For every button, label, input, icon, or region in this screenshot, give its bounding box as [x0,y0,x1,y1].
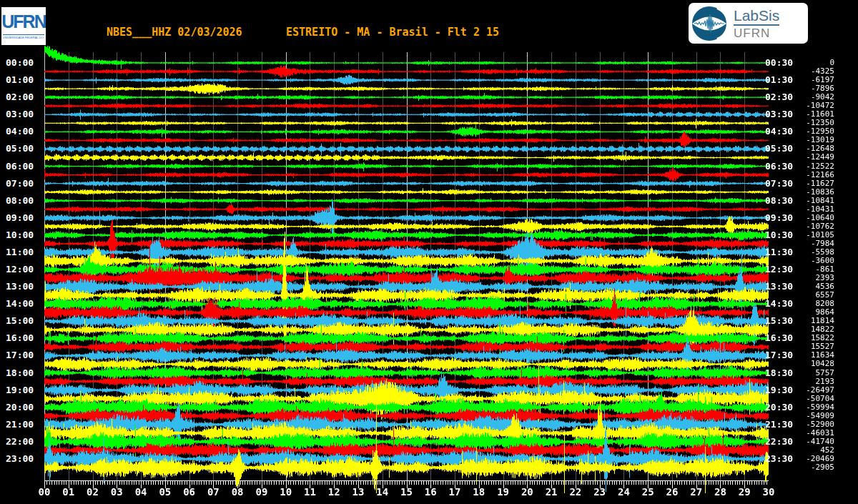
x-axis-label: 21 [541,487,561,498]
left-time-label: 05:00 [6,144,34,154]
left-time-label: 18:00 [6,368,34,378]
x-axis-label: 17 [445,487,465,498]
offset-value: -10841 [784,197,834,205]
offset-value: -12449 [784,153,834,162]
x-axis-label: 12 [324,487,344,498]
x-axis-label: 00 [34,487,54,498]
labsis-logo: LabSis UFRN [689,3,808,44]
x-axis-label: 27 [686,487,706,498]
x-axis-label: 28 [710,487,730,498]
left-time-label: 09:00 [6,213,34,223]
left-time-label: 10:00 [6,230,34,240]
offset-value: -2905 [784,463,834,472]
x-axis-label: 08 [227,487,247,498]
labsis-logo-name: LabSis [734,7,779,26]
left-time-label: 23:00 [6,454,34,464]
left-time-label: 03:00 [6,109,34,119]
offset-value: -11627 [784,179,834,188]
labsis-logo-text: LabSis UFRN [734,7,779,40]
labsis-logo-org: UFRN [734,26,779,40]
offset-value: -10431 [784,205,834,214]
x-axis-label: 22 [566,487,586,498]
offset-value: 10428 [784,360,834,368]
x-axis-label: 07 [203,487,223,498]
offset-value: -26497 [784,386,834,395]
x-axis-label: 09 [252,487,272,498]
left-time-label: 01:00 [6,75,34,85]
ufrn-logo-text: UFRN [1,9,46,34]
ufrn-logo: UFRN UNIVERSIDADE FEDERAL DO RIO GRANDE … [1,7,46,45]
left-time-label: 04:00 [6,127,34,137]
x-axis-label: 18 [469,487,489,498]
x-axis-label: 05 [155,487,175,498]
left-time-label: 08:00 [6,196,34,206]
offset-value: 2193 [784,377,834,386]
x-axis-label: 02 [83,487,103,498]
offset-value: -52900 [784,420,834,429]
left-time-label: 14:00 [6,299,34,309]
x-axis-label: 26 [662,487,682,498]
x-axis-label: 15 [397,487,417,498]
x-axis-label: 16 [420,487,440,498]
left-time-label: 12:00 [6,265,34,275]
x-axis-label: 25 [638,487,658,498]
left-time-label: 13:00 [6,282,34,292]
left-time-label: 00:00 [6,58,34,68]
x-axis-label: 03 [107,487,127,498]
left-time-label: 19:00 [6,385,34,395]
left-time-label: 02:00 [6,92,34,102]
labsis-waveform-icon [691,5,729,42]
station-title: NBES___HHZ 02/03/2026 [107,26,242,39]
x-axis-label: 13 [348,487,368,498]
left-time-label: 21:00 [6,420,34,430]
left-time-label: 17:00 [6,350,34,360]
offset-value: -12522 [784,162,834,171]
ufrn-logo-subtext: UNIVERSIDADE FEDERAL DO RIO GRANDE DO NO… [3,34,44,39]
x-axis-label: 10 [276,487,296,498]
left-time-label: 11:00 [6,247,34,257]
x-axis-label: 19 [493,487,513,498]
x-axis-label: 01 [59,487,79,498]
offset-value: -46031 [784,429,834,438]
left-time-label: 06:00 [6,162,34,172]
left-time-label: 16:00 [6,333,34,343]
x-axis-label: 14 [373,487,393,498]
x-axis-label: 20 [517,487,537,498]
location-title: ESTREITO - MA - Brasil - Flt 2 15 [286,26,499,39]
left-time-label: 22:00 [6,437,34,447]
offset-value: -59994 [784,403,834,412]
offset-value: -50704 [784,395,834,403]
x-axis-label: 24 [613,487,633,498]
x-axis-label: 06 [179,487,199,498]
helicorder-screen: UFRN UNIVERSIDADE FEDERAL DO RIO GRANDE … [0,0,858,504]
offset-value: -12166 [784,171,834,179]
offset-value: -10762 [784,222,834,231]
x-axis-label: 11 [300,487,320,498]
x-axis-label: 23 [590,487,610,498]
offset-value: 5757 [784,369,834,377]
left-time-label: 07:00 [6,179,34,189]
x-axis-label: 30 [759,487,779,498]
x-axis-label: 04 [131,487,151,498]
offset-value: -10836 [784,188,834,197]
left-time-label: 20:00 [6,402,34,412]
left-time-label: 15:00 [6,316,34,326]
offset-value: -10640 [784,214,834,222]
seismogram-traces-canvas [44,46,769,493]
x-axis-label: 29 [734,487,754,498]
offset-value: -54909 [784,412,834,420]
